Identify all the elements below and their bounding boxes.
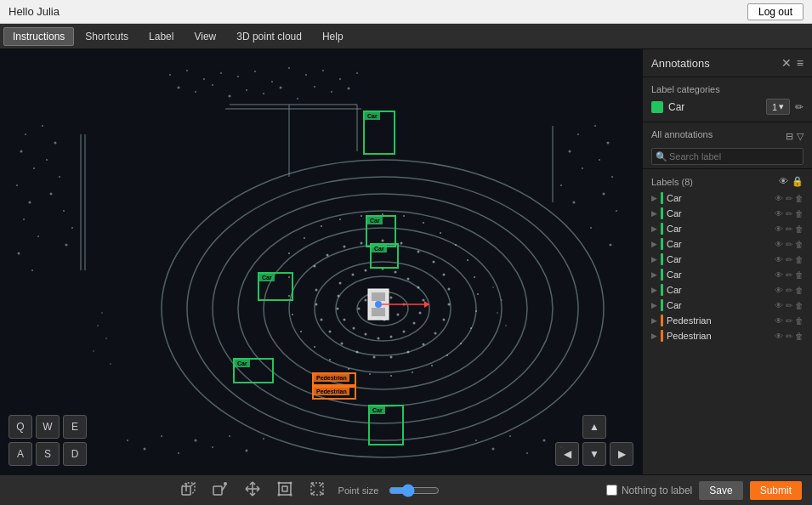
nav-right-button[interactable]: ▶: [610, 442, 633, 466]
tool-resize-button[interactable]: [274, 478, 296, 503]
menu-instructions[interactable]: Instructions: [3, 27, 74, 46]
label-row-car-2[interactable]: ▶ Car 👁 ✏ 🗑: [643, 206, 812, 221]
filter-icon[interactable]: ⊟: [786, 131, 793, 142]
eye-icon[interactable]: 👁: [775, 316, 783, 326]
label-actions: 👁 ✏ 🗑: [775, 255, 803, 264]
tool-3d-box-button[interactable]: [177, 478, 199, 503]
key-q[interactable]: Q: [9, 415, 32, 439]
labels-list[interactable]: Labels (8) 👁 🔒 ▶ Car 👁 ✏ 🗑 ▶: [643, 169, 812, 474]
delete-icon[interactable]: 🗑: [795, 270, 803, 280]
visibility-icon[interactable]: 👁: [779, 176, 788, 187]
edit-action-icon[interactable]: ✏: [786, 255, 792, 264]
svg-point-47: [590, 227, 592, 229]
key-w[interactable]: W: [36, 415, 60, 439]
edit-action-icon[interactable]: ✏: [786, 286, 792, 295]
nothing-to-label-checkbox[interactable]: [606, 485, 617, 496]
delete-icon[interactable]: 🗑: [795, 255, 803, 264]
label-row-car-7[interactable]: ▶ Car 👁 ✏ 🗑: [643, 282, 812, 298]
expand-icon: ▶: [651, 224, 657, 233]
delete-icon[interactable]: 🗑: [795, 316, 803, 326]
menu-label[interactable]: Label: [139, 27, 183, 46]
nav-row-up: ▲: [582, 415, 606, 439]
edit-action-icon[interactable]: ✏: [786, 194, 792, 203]
nav-up-button[interactable]: ▲: [582, 415, 606, 439]
category-dropdown[interactable]: 1 ▾: [766, 99, 790, 115]
category-selector: Car 1 ▾ ✏: [651, 99, 803, 115]
delete-icon[interactable]: 🗑: [795, 224, 803, 234]
point-size-slider[interactable]: [389, 484, 440, 497]
edit-action-icon[interactable]: ✏: [786, 270, 792, 280]
tool-move-button[interactable]: [241, 478, 264, 503]
svg-point-103: [403, 331, 406, 333]
delete-icon[interactable]: 🗑: [795, 240, 803, 249]
canvas-area[interactable]: Car Car Car Car Car Pedestrian Pedestria…: [0, 49, 642, 474]
svg-point-184: [277, 481, 280, 484]
close-icon[interactable]: ✕: [781, 56, 792, 70]
svg-point-9: [305, 74, 307, 76]
eye-icon[interactable]: 👁: [775, 209, 783, 218]
lock-icon[interactable]: 🔒: [792, 176, 803, 187]
label-row-pedestrian-2[interactable]: ▶ Pedestrian 👁 ✏ 🗑: [643, 328, 812, 343]
label-row-pedestrian-1[interactable]: ▶ Pedestrian 👁 ✏ 🗑: [643, 313, 812, 328]
delete-icon[interactable]: 🗑: [795, 332, 803, 341]
eye-icon[interactable]: 👁: [775, 194, 783, 203]
edit-action-icon[interactable]: ✏: [786, 224, 792, 234]
delete-icon[interactable]: 🗑: [795, 209, 803, 218]
menu-shortcuts[interactable]: Shortcuts: [76, 27, 138, 46]
svg-point-174: [501, 299, 503, 301]
edit-action-icon[interactable]: ✏: [786, 240, 792, 249]
svg-point-141: [423, 222, 424, 224]
edit-action-icon[interactable]: ✏: [786, 332, 792, 341]
search-label-input[interactable]: [651, 148, 803, 165]
edit-action-icon[interactable]: ✏: [786, 301, 792, 310]
delete-icon[interactable]: 🗑: [795, 301, 803, 310]
label-row-car-8[interactable]: ▶ Car 👁 ✏ 🗑: [643, 298, 812, 313]
tool-expand-button[interactable]: [306, 478, 328, 503]
svg-point-128: [356, 351, 359, 354]
delete-icon[interactable]: 🗑: [795, 194, 803, 203]
label-name: Car: [667, 224, 771, 234]
nav-left-button[interactable]: ◀: [555, 442, 579, 466]
svg-point-110: [338, 295, 340, 298]
edit-icon[interactable]: ✏: [795, 101, 803, 113]
svg-point-123: [434, 332, 437, 335]
label-row-car-5[interactable]: ▶ Car 👁 ✏ 🗑: [643, 252, 812, 267]
eye-icon[interactable]: 👁: [775, 240, 783, 249]
menu-help[interactable]: Help: [313, 27, 353, 46]
svg-point-40: [65, 244, 68, 247]
eye-icon[interactable]: 👁: [775, 332, 783, 341]
submit-button[interactable]: Submit: [750, 481, 802, 500]
key-e[interactable]: E: [63, 415, 87, 439]
edit-action-icon[interactable]: ✏: [786, 316, 792, 326]
delete-icon[interactable]: 🗑: [795, 286, 803, 295]
eye-icon[interactable]: 👁: [775, 301, 783, 310]
nav-down-button[interactable]: ▼: [582, 442, 606, 466]
svg-point-114: [361, 242, 363, 245]
funnel-icon[interactable]: ▽: [797, 131, 803, 142]
edit-action-icon[interactable]: ✏: [786, 209, 792, 218]
key-s[interactable]: S: [36, 442, 60, 466]
svg-point-28: [29, 201, 31, 204]
svg-point-85: [365, 299, 367, 302]
key-d[interactable]: D: [63, 442, 87, 466]
menu-view[interactable]: View: [185, 27, 225, 46]
svg-point-122: [443, 319, 446, 321]
save-button[interactable]: Save: [699, 481, 742, 500]
eye-icon[interactable]: 👁: [775, 224, 783, 234]
tool-polygon-button[interactable]: [209, 478, 231, 503]
label-row-car-6[interactable]: ▶ Car 👁 ✏ 🗑: [643, 267, 812, 282]
svg-rect-183: [282, 486, 287, 491]
eye-icon[interactable]: 👁: [775, 270, 783, 280]
label-row-car-4[interactable]: ▶ Car 👁 ✏ 🗑: [643, 236, 812, 252]
menu-3d-point-cloud[interactable]: 3D point cloud: [227, 27, 311, 46]
label-row-car-1[interactable]: ▶ Car 👁 ✏ 🗑: [643, 190, 812, 206]
key-a[interactable]: A: [9, 442, 32, 466]
svg-point-170: [105, 338, 107, 339]
eye-icon[interactable]: 👁: [775, 286, 783, 295]
svg-point-34: [54, 142, 57, 145]
list-icon[interactable]: ≡: [797, 56, 803, 70]
label-row-car-3[interactable]: ▶ Car 👁 ✏ 🗑: [643, 221, 812, 236]
logout-button[interactable]: Log out: [747, 3, 803, 20]
eye-icon[interactable]: 👁: [775, 255, 783, 264]
svg-point-14: [195, 91, 196, 93]
